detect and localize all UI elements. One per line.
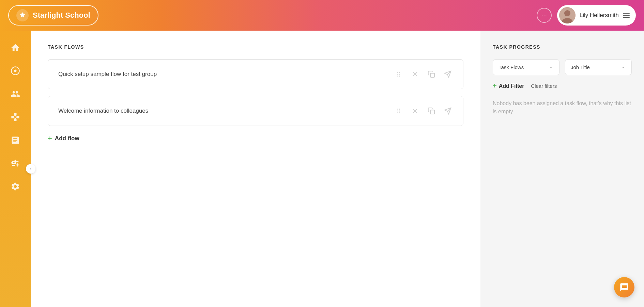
flow-card-2: Welcome information to colleagues — [48, 96, 463, 126]
more-icon: ··· — [541, 12, 547, 19]
svg-point-8 — [397, 72, 398, 73]
sidebar-item-settings[interactable] — [5, 176, 26, 197]
flow-copy-button-1[interactable] — [426, 69, 436, 79]
add-filter-plus-icon: + — [493, 82, 497, 90]
svg-rect-27 — [430, 110, 434, 114]
hamburger-line-2 — [623, 15, 630, 16]
flow-delete-button-1[interactable] — [410, 69, 420, 79]
clear-filters-button[interactable]: Clear filters — [531, 83, 557, 89]
layout: TASK FLOWS Quick setup sample flow for t… — [0, 31, 644, 307]
user-name-label: Lily Hellersmith — [580, 12, 619, 19]
flow-drag-button-2[interactable] — [394, 106, 404, 116]
flow-name-1: Quick setup sample flow for test group — [58, 71, 157, 78]
sidebar-collapse-button[interactable] — [26, 164, 35, 174]
svg-rect-16 — [430, 73, 434, 77]
add-filter-button[interactable]: + Add Filter — [493, 82, 524, 90]
svg-point-4 — [14, 70, 17, 72]
flow-send-button-2[interactable] — [443, 106, 453, 116]
logo-icon — [16, 9, 29, 21]
add-filter-row: + Add Filter Clear filters — [493, 82, 632, 90]
filter-task-flows-dropdown[interactable]: Task Flows — [493, 59, 559, 75]
sidebar-item-home[interactable] — [5, 37, 26, 58]
chat-icon — [619, 282, 629, 292]
chevron-down-icon-1 — [548, 65, 554, 70]
more-button[interactable]: ··· — [537, 8, 552, 23]
add-flow-plus-icon: + — [48, 134, 52, 143]
svg-point-10 — [397, 74, 398, 75]
svg-point-19 — [397, 109, 398, 110]
sidebar — [0, 31, 31, 307]
svg-rect-5 — [15, 160, 16, 162]
svg-rect-6 — [11, 162, 13, 164]
flow-card-1: Quick setup sample flow for test group — [48, 59, 463, 89]
flow-copy-button-2[interactable] — [426, 106, 436, 116]
logo-button[interactable]: Starlight School — [8, 5, 98, 26]
logo-text: Starlight School — [33, 11, 90, 20]
svg-point-13 — [399, 76, 400, 77]
header: Starlight School ··· Lily Hellersmith — [0, 0, 644, 31]
filter-job-title-label: Job Title — [571, 64, 590, 70]
svg-point-21 — [397, 111, 398, 112]
add-filter-label: Add Filter — [499, 83, 524, 89]
sidebar-item-people[interactable] — [5, 84, 26, 104]
flow-send-button-1[interactable] — [443, 69, 453, 79]
flow-name-2: Welcome information to colleagues — [58, 108, 148, 114]
svg-rect-7 — [15, 162, 16, 164]
svg-point-22 — [399, 111, 400, 112]
header-right: ··· Lily Hellersmith — [537, 5, 636, 26]
task-flows-panel: TASK FLOWS Quick setup sample flow for t… — [31, 31, 480, 307]
clear-filters-label: Clear filters — [531, 83, 557, 89]
svg-point-23 — [397, 112, 398, 113]
svg-point-24 — [399, 112, 400, 113]
chevron-down-icon-2 — [620, 65, 626, 70]
chat-button[interactable] — [614, 277, 634, 297]
flow-drag-button-1[interactable] — [394, 69, 404, 79]
task-progress-title: TASK PROGRESS — [493, 44, 632, 50]
svg-point-9 — [399, 72, 400, 73]
svg-point-11 — [399, 74, 400, 75]
main-content: TASK FLOWS Quick setup sample flow for t… — [31, 31, 644, 307]
sidebar-item-presentation[interactable] — [5, 130, 26, 150]
flow-delete-button-2[interactable] — [410, 106, 420, 116]
svg-point-12 — [397, 76, 398, 77]
filters-row: Task Flows Job Title — [493, 59, 632, 75]
add-flow-label: Add flow — [55, 135, 79, 142]
empty-state-message: Nobody has been assigned a task flow, th… — [493, 99, 632, 116]
task-progress-panel: TASK PROGRESS Task Flows Job Title + Add… — [480, 31, 644, 307]
svg-point-1 — [564, 10, 570, 16]
hamburger-line-1 — [623, 13, 630, 14]
add-flow-button[interactable]: + Add flow — [48, 133, 79, 144]
sidebar-item-org[interactable] — [5, 153, 26, 174]
user-pill[interactable]: Lily Hellersmith — [557, 5, 636, 26]
task-flows-title: TASK FLOWS — [48, 44, 463, 50]
filter-task-flows-label: Task Flows — [499, 64, 524, 70]
flow-actions-2 — [394, 106, 453, 116]
hamburger-line-3 — [623, 17, 630, 18]
svg-point-20 — [399, 109, 400, 110]
sidebar-item-navigate[interactable] — [5, 61, 26, 81]
avatar — [559, 7, 576, 23]
filter-job-title-dropdown[interactable]: Job Title — [565, 59, 632, 75]
hamburger-button[interactable] — [623, 13, 630, 18]
sidebar-item-gamepad[interactable] — [5, 107, 26, 127]
flow-actions-1 — [394, 69, 453, 79]
